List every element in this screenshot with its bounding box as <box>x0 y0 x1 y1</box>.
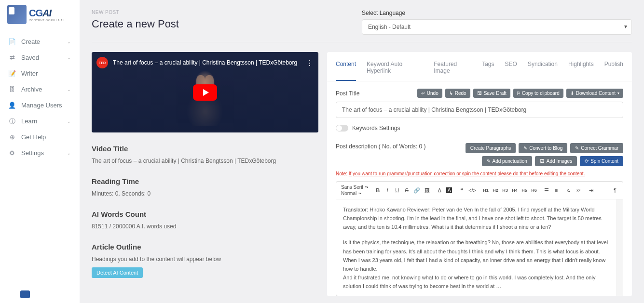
quote-button[interactable]: ❝ <box>459 187 465 194</box>
nav-icon: 👤 <box>9 102 15 109</box>
language-selector: Select Language English - Default <box>362 10 632 35</box>
keywords-toggle[interactable] <box>336 125 348 132</box>
nav-label: Saved <box>21 54 39 61</box>
italic-button[interactable]: I <box>384 187 390 193</box>
nav-icon: ⓘ <box>9 118 15 125</box>
bold-button[interactable]: B <box>375 187 381 193</box>
logo-subtitle: CONTENT GORILLA AI <box>29 19 64 22</box>
breadcrumb: NEW POST <box>92 10 179 15</box>
nav-icon: ⚙ <box>9 150 15 157</box>
video-menu-icon[interactable]: ⋮ <box>306 58 314 67</box>
ordered-list-button[interactable]: ☰ <box>544 187 549 194</box>
detect-ai-button[interactable]: Detect AI Content <box>92 267 143 278</box>
text-color-button[interactable]: A <box>437 187 442 193</box>
video-player[interactable]: TED The art of focus – a crucial ability… <box>92 52 318 132</box>
post-title-label: Post Title <box>336 90 359 97</box>
note-link[interactable]: If you want to run grammar/punctuation c… <box>349 171 585 176</box>
nav-item-settings[interactable]: ⚙Settings⌄ <box>0 145 80 161</box>
heading-h2-button[interactable]: H2 <box>493 188 498 193</box>
correct-grammar-button[interactable]: ✎ Correct Grammar <box>570 143 623 153</box>
indent-button[interactable]: ⇥ <box>588 187 594 194</box>
chevron-down-icon: ⌄ <box>67 55 71 60</box>
convert-blog-button[interactable]: ✎ Convert to Blog <box>519 143 567 153</box>
tab-seo[interactable]: SEO <box>505 61 517 81</box>
undo-button[interactable]: ↵ Undo <box>417 89 442 98</box>
tab-keyword-auto-hyperlink[interactable]: Keyword Auto Hyperlink <box>367 61 423 81</box>
rtl-button[interactable]: ¶ <box>612 187 618 193</box>
heading-h3-button[interactable]: H3 <box>502 188 508 193</box>
nav-label: Manage Users <box>21 102 62 109</box>
float-action-button[interactable] <box>20 290 30 298</box>
heading-h6-button[interactable]: H6 <box>531 188 537 193</box>
tab-tags[interactable]: Tags <box>482 61 494 81</box>
nav-item-manage-users[interactable]: 👤Manage Users <box>0 97 80 113</box>
page-title: Create a new Post <box>92 18 179 30</box>
chevron-down-icon: ⌄ <box>67 119 71 124</box>
reading-time-heading: Reading Time <box>92 177 318 185</box>
language-dropdown[interactable]: English - Default <box>362 19 632 35</box>
nav-item-get-help[interactable]: ⊕Get Help <box>0 129 80 145</box>
font-size-select[interactable]: Normal <box>341 191 368 196</box>
logo-text: CGAI <box>29 8 51 18</box>
nav-item-learn[interactable]: ⓘLearn⌄ <box>0 113 80 129</box>
nav-icon: ⇄ <box>9 54 15 61</box>
logo[interactable]: CGAI CONTENT GORILLA AI <box>0 0 80 29</box>
nav-icon: ⊕ <box>9 134 15 141</box>
ai-words-heading: AI Words Count <box>92 210 318 218</box>
superscript-button[interactable]: x² <box>575 188 581 193</box>
nav-icon: 🗄 <box>9 86 15 93</box>
nav-item-archive[interactable]: 🗄Archive⌄ <box>0 81 80 97</box>
redo-button[interactable]: ↳ Redo <box>445 89 470 98</box>
heading-h1-button[interactable]: H1 <box>483 188 489 193</box>
create-paragraphs-button[interactable]: Create Paragraphs <box>466 143 516 153</box>
language-label: Select Language <box>362 10 632 16</box>
left-column: TED The art of focus – a crucial ability… <box>92 52 318 296</box>
tab-publish[interactable]: Publish <box>604 61 623 81</box>
nav-item-saved[interactable]: ⇄Saved⌄ <box>0 50 80 66</box>
nav-label: Writer <box>21 70 38 77</box>
add-images-button[interactable]: 🖼 Add Images <box>535 156 577 166</box>
nav-icon: 📄 <box>9 39 15 45</box>
nav-icon: 📝 <box>9 70 15 77</box>
underline-button[interactable]: U <box>394 187 400 193</box>
unordered-list-button[interactable]: ≡ <box>553 187 559 193</box>
title-actions: ↵ Undo ↳ Redo 🖫 Save Draft ⎘ Copy to cli… <box>417 89 623 98</box>
heading-h4-button[interactable]: H4 <box>512 188 518 193</box>
nav-item-writer[interactable]: 📝Writer <box>0 66 80 81</box>
tab-highlights[interactable]: Highlights <box>568 61 594 81</box>
add-punctuation-button[interactable]: ✎ Add punctuation <box>482 156 532 166</box>
chevron-down-icon: ⌄ <box>67 151 71 156</box>
image-button[interactable]: 🖼 <box>424 187 430 193</box>
strike-button[interactable]: S <box>404 187 410 193</box>
ai-words-text: 81511 / 2000000 A.I. words used <box>92 222 318 231</box>
code-button[interactable]: </> <box>468 187 476 193</box>
link-button[interactable]: 🔗 <box>413 187 420 194</box>
page-header: NEW POST Create a new Post Select Langua… <box>80 0 644 42</box>
font-family-select[interactable]: Sans Serif <box>341 184 368 190</box>
copy-clipboard-button[interactable]: ⎘ Copy to clipboard <box>513 89 563 98</box>
nav-label: Settings <box>21 149 44 157</box>
gorilla-mascot-icon <box>7 5 27 24</box>
right-column: ContentKeyword Auto HyperlinkFeatured Im… <box>327 52 632 296</box>
play-button[interactable] <box>193 84 217 101</box>
bg-color-button[interactable]: A <box>446 187 452 193</box>
tab-content[interactable]: Content <box>336 61 356 81</box>
subscript-button[interactable]: x₂ <box>566 188 572 193</box>
editor-tabs: ContentKeyword Auto HyperlinkFeatured Im… <box>327 61 632 81</box>
save-draft-button[interactable]: 🖫 Save Draft <box>473 89 510 98</box>
editor-content[interactable]: Translator: Hiroko Kawano Reviewer: Pete… <box>336 199 616 296</box>
editor-note: Note: If you want to run grammar/punctua… <box>327 169 632 181</box>
tab-syndication[interactable]: Syndication <box>528 61 558 81</box>
tab-featured-image[interactable]: Featured Image <box>434 61 471 81</box>
chevron-down-icon: ⌄ <box>67 40 71 44</box>
nav-label: Learn <box>21 118 37 125</box>
description-actions: Create Paragraphs ✎ Convert to Blog ✎ Co… <box>431 143 623 166</box>
heading-h5-button[interactable]: H5 <box>521 188 527 193</box>
nav-item-create[interactable]: 📄Create⌄ <box>0 34 80 50</box>
editor-scrollbar[interactable] <box>616 199 623 296</box>
spin-content-button[interactable]: ⟳ Spin Content <box>580 156 623 166</box>
video-bar-title: The art of focus – a crucial ability | C… <box>113 59 301 66</box>
keywords-label: Keywords Settings <box>352 125 400 132</box>
post-title-input[interactable] <box>336 102 623 118</box>
download-content-button[interactable]: ⬇ Download Content <box>566 89 623 98</box>
